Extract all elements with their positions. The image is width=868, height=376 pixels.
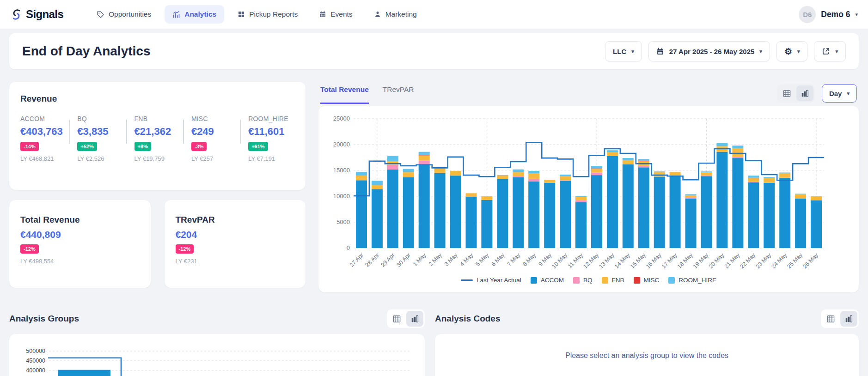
last-year-value: LY €468,821: [20, 155, 67, 162]
revenue-card: Revenue ACCOM€403,763-14%LY €468,821BQ€3…: [9, 82, 306, 190]
svg-text:29 Apr: 29 Apr: [379, 252, 396, 268]
person-icon: [374, 11, 381, 18]
nav-item-label: Marketing: [385, 10, 417, 18]
svg-text:3 May: 3 May: [443, 252, 459, 267]
revenue-card-title: Revenue: [20, 94, 294, 104]
svg-text:30 Apr: 30 Apr: [395, 252, 411, 268]
svg-text:28 Apr: 28 Apr: [364, 252, 380, 268]
export-share-button[interactable]: ▾: [814, 41, 846, 61]
legend-label: FNB: [612, 277, 624, 284]
table-view-button[interactable]: [778, 85, 795, 101]
svg-text:11 May: 11 May: [567, 252, 585, 270]
calendar-icon: [656, 48, 664, 55]
svg-text:26 May: 26 May: [801, 252, 819, 270]
summary-card-title: Total Revenue: [20, 215, 140, 225]
svg-text:450000: 450000: [26, 358, 45, 364]
series-swatch: [573, 277, 580, 284]
analysis-codes-section: Analysis Codes: [435, 309, 859, 376]
change-badge: +8%: [134, 142, 151, 151]
chart-legend: Last Year ActualACCOMBQFNBMISCROOM_HIRE: [327, 277, 850, 284]
bar-chart-icon: [410, 315, 419, 323]
table-icon: [782, 89, 791, 98]
chart-view-button[interactable]: [840, 311, 857, 327]
legend-item-misc[interactable]: MISC: [634, 277, 660, 284]
analysis-codes-title: Analysis Codes: [435, 314, 501, 324]
revenue-metric-fnb: FNB€21,362+8%LY €19,759: [134, 115, 181, 162]
granularity-label: Day: [829, 90, 842, 97]
svg-text:20000: 20000: [333, 141, 350, 148]
svg-text:14 May: 14 May: [613, 252, 631, 270]
legend-label: ACCOM: [541, 277, 564, 284]
svg-text:4 May: 4 May: [459, 252, 475, 267]
legend-item-last-year-actual[interactable]: Last Year Actual: [461, 277, 521, 284]
change-badge: +52%: [77, 142, 97, 151]
metric-divider: [126, 120, 127, 144]
tab-total-revenue[interactable]: Total Revenue: [320, 83, 369, 104]
series-swatch: [531, 277, 537, 284]
svg-text:21 May: 21 May: [723, 252, 741, 270]
nav-item-label: Pickup Reports: [249, 10, 298, 18]
date-range-picker[interactable]: 27 Apr 2025 - 26 May 2025 ▾: [648, 41, 770, 61]
tab-trevpar[interactable]: TRevPAR: [383, 83, 414, 104]
total-revenue-chart[interactable]: 050001000015000200002500027 Apr28 Apr29 …: [327, 113, 850, 278]
change-badge: -3%: [191, 142, 207, 151]
metric-divider: [240, 120, 241, 144]
page-header: End of Day Analytics LLC ▾ 27 Apr 2025 -…: [9, 33, 859, 69]
analysis-groups-card: 500000450000400000350000: [9, 334, 425, 376]
svg-text:1 May: 1 May: [412, 252, 428, 267]
settings-button[interactable]: ⚙ ▾: [776, 41, 808, 61]
svg-text:15000: 15000: [333, 167, 350, 174]
last-year-value: LY €7,191: [248, 155, 294, 162]
legend-label: Last Year Actual: [477, 277, 521, 284]
analysis-groups-chart[interactable]: 500000450000400000350000: [21, 344, 413, 376]
chart-view-toggle: [777, 84, 815, 103]
page-title: End of Day Analytics: [22, 44, 150, 59]
avatar: D6: [799, 6, 816, 23]
nav-item-label: Opportunities: [109, 10, 151, 18]
nav-item-opportunities[interactable]: Opportunities: [89, 5, 159, 24]
svg-text:2 May: 2 May: [428, 252, 443, 267]
revenue-metrics: ACCOM€403,763-14%LY €468,821BQ€3,835+52%…: [20, 115, 294, 162]
table-view-button[interactable]: [822, 311, 839, 327]
chart-view-button[interactable]: [796, 85, 813, 101]
analysis-groups-view-toggle: [387, 309, 425, 328]
brand-logo[interactable]: Signals: [10, 8, 75, 21]
legend-item-fnb[interactable]: FNB: [602, 277, 624, 284]
metric-label: MISC: [191, 115, 238, 122]
svg-text:24 May: 24 May: [770, 252, 788, 270]
summary-card-title: TRevPAR: [176, 215, 295, 225]
user-menu[interactable]: D6 Demo 6 ▾: [799, 6, 858, 23]
nav-item-pickup-reports[interactable]: Pickup Reports: [230, 5, 306, 24]
svg-text:10000: 10000: [333, 193, 350, 200]
summary-card-value: €440,809: [20, 229, 140, 240]
chart-view-button[interactable]: [406, 311, 423, 327]
llc-dropdown[interactable]: LLC ▾: [605, 41, 642, 61]
table-view-button[interactable]: [388, 311, 405, 327]
series-swatch: [668, 277, 675, 284]
nav-item-events[interactable]: Events: [311, 5, 360, 24]
legend-label: MISC: [644, 277, 660, 284]
analysis-groups-section: Analysis Groups: [9, 309, 425, 376]
svg-text:8 May: 8 May: [521, 252, 537, 267]
legend-label: BQ: [583, 277, 593, 284]
change-badge: -14%: [20, 142, 39, 151]
last-year-value: LY €257: [191, 155, 238, 162]
svg-text:18 May: 18 May: [676, 252, 694, 270]
nav-item-label: Analytics: [184, 10, 216, 18]
change-badge: +61%: [248, 142, 268, 151]
nav-item-marketing[interactable]: Marketing: [366, 5, 425, 24]
chevron-down-icon: ▾: [631, 49, 634, 55]
legend-item-room_hire[interactable]: ROOM_HIRE: [668, 277, 716, 284]
trevpar-card: TRevPAR €204 -12% LY €231: [165, 200, 306, 288]
granularity-dropdown[interactable]: Day ▾: [822, 84, 857, 103]
analytics-icon: [172, 11, 180, 18]
last-year-value: LY €2,526: [77, 155, 123, 162]
svg-text:5 May: 5 May: [475, 252, 490, 267]
metric-divider: [183, 120, 184, 144]
nav-item-analytics[interactable]: Analytics: [165, 5, 224, 24]
line-swatch: [461, 279, 473, 281]
legend-item-bq[interactable]: BQ: [573, 277, 593, 284]
svg-text:13 May: 13 May: [598, 252, 616, 270]
legend-item-accom[interactable]: ACCOM: [531, 277, 564, 284]
bar-chart-icon: [844, 315, 853, 323]
